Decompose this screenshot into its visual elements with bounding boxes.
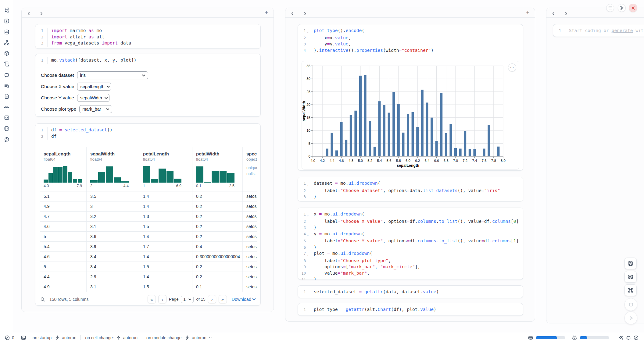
terminal-button[interactable] [21,335,26,340]
search-list-icon[interactable] [4,83,9,88]
on-cell-change-setting[interactable]: on cell change: autorun [85,335,138,340]
activity-pulse-icon[interactable] [4,104,9,110]
package-cube-icon[interactable] [4,51,9,56]
code-editor[interactable]: 1⌄dataset = mo.ui.dropdown(2 label="Choo… [298,177,523,201]
documentation-icon[interactable] [4,94,9,99]
table-row[interactable]: 53.61.40.2setosa [40,232,257,242]
table-row[interactable]: 4.42.91.40.2setosa [40,272,257,282]
code-text: df [47,134,260,140]
x-value-dropdown[interactable]: sepalLength [77,83,111,91]
fold-chevron-icon: ⌄ [306,211,310,219]
svg-text:sepalLength: sepalLength [397,163,419,168]
first-page-button[interactable]: « [148,295,156,303]
svg-text:5: 5 [309,142,310,145]
table-row[interactable]: 5.13.51.40.2setosa [40,191,257,201]
menu-button[interactable] [606,4,614,12]
code-line: 2 label="Choose dataset", options=data.l… [298,188,523,194]
search-icon[interactable] [40,297,45,302]
column-header-petalLength[interactable]: petalLengthfloat6416.9 [139,147,192,191]
column-left-chevron[interactable] [552,11,555,14]
keyboard-shortcuts-button[interactable] [624,284,637,296]
column-header-sepalWidth[interactable]: sepalWidthfloat6424.4 [87,147,139,191]
last-page-button[interactable]: » [219,295,227,303]
settings-gear-button[interactable] [618,4,626,12]
column-left-chevron[interactable] [27,11,30,14]
table-row[interactable]: 4.73.21.30.2setosa [40,212,257,222]
table-footer: 150 rows, 5 columns « ‹ Page 1 of 15 › »… [35,292,260,306]
column-header-petalWidth[interactable]: petalWidthfloat640.12.5 [192,147,243,191]
code-line: 1⌄x = mo.ui.dropdown( [298,211,523,219]
on-module-change-setting[interactable]: on module change: autorun [146,335,212,340]
altair-bar-chart[interactable]: 4.04.24.44.64.85.05.25.45.65.86.06.26.46… [302,61,519,169]
error-count[interactable]: 0 [5,335,14,340]
column-right-chevron[interactable] [564,11,568,14]
column-header-species[interactable]: speciesobjectunique:nulls: [243,147,257,191]
y-value-dropdown[interactable]: sepalWidth [77,94,109,102]
layout-panels-button[interactable] [624,271,637,283]
stop-button[interactable] [624,298,637,311]
add-column-button[interactable]: + [526,10,529,16]
scratchpad-icon[interactable] [4,126,9,131]
table-cell: 1.4 [139,191,192,201]
table-cell: 3.4 [87,262,139,272]
chat-bot-icon[interactable] [4,72,9,78]
table-row[interactable]: 4.63.11.50.2setosa [40,222,257,232]
table-row[interactable]: 53.41.50.2setosa [40,262,257,272]
line-number: 4 [298,48,306,54]
save-button[interactable] [624,258,637,269]
table-row[interactable]: 4.931.40.2setosa [40,201,257,212]
generate-with-ai-link[interactable]: generate [612,28,633,33]
table-row[interactable]: 4.93.11.50.1setosa [40,282,257,292]
chart-actions-button[interactable]: ⋯ [508,63,516,72]
copilot-icon[interactable] [626,335,631,340]
prev-page-button[interactable]: ‹ [158,295,166,303]
close-button[interactable] [629,4,637,12]
logs-scroll-icon[interactable] [4,61,9,67]
svg-text:7.0: 7.0 [453,159,458,162]
code-editor[interactable]: 1import marimo as mo2import altair as al… [35,24,260,49]
table-cell: setosa [243,262,257,272]
download-button[interactable]: Download [232,297,256,302]
code-line: 2 x=x.value, [298,35,523,41]
ai-sparkles-icon[interactable] [618,335,623,340]
table-cell: setosa [243,222,257,231]
line-number: 1 [553,28,561,34]
function-square-icon[interactable] [4,18,9,24]
table-summary: 150 rows, 5 columns [49,297,88,302]
next-page-button[interactable]: › [208,295,216,303]
code-editor[interactable]: 1 Start coding or generate with AI [553,24,644,37]
code-editor[interactable]: 1plot_type = getattr(alt.Chart(df), plot… [298,303,523,316]
table-row[interactable]: 5.43.91.70.4setosa [40,242,257,252]
svg-text:20: 20 [306,103,310,106]
table-cell: 1.5 [139,282,192,292]
table-row[interactable]: 4.63.41.40.30000000000000004setosa [40,252,257,262]
on-startup-setting[interactable]: on startup: autorun [33,335,77,340]
code-editor[interactable]: 1⌄plot_type().encode(2 x=x.value,3 y=y.v… [298,24,523,57]
code-editor[interactable]: 1⌄x = mo.ui.dropdown(2 label="Choose X v… [298,208,523,280]
code-editor[interactable]: 1df = selected_dataset()2df [35,124,260,143]
dataset-dropdown[interactable]: iris [77,71,148,79]
code-snippets-icon[interactable] [4,115,9,120]
connection-status-icon[interactable] [634,335,639,340]
code-text: plot_type().encode( [310,28,523,35]
svg-text:7.8: 7.8 [491,159,496,162]
dependency-graph-icon[interactable] [4,40,9,45]
column-right-chevron[interactable] [303,11,307,14]
dropdown-label: Choose plot type [41,106,76,112]
column-header-sepalLength[interactable]: sepalLengthfloat644.37.9 [40,147,87,191]
column-left-chevron[interactable] [291,11,294,14]
code-editor[interactable]: 1selected_dataset = getattr(data, datase… [298,286,523,298]
editor-placeholder[interactable]: Start coding or generate with AI [565,28,644,34]
add-column-button[interactable]: + [265,10,268,16]
code-line: 3) [298,194,523,200]
help-bubble-icon[interactable] [4,137,9,142]
table-cell: setosa [243,282,257,292]
run-button[interactable] [624,312,637,324]
plot-type-dropdown[interactable]: mark_bar [79,105,112,113]
code-text: df = selected_dataset() [47,127,260,134]
file-tree-icon[interactable] [4,7,9,13]
database-icon[interactable] [4,29,9,35]
code-editor[interactable]: 1mo.vstack([dataset, x, y, plot]) [35,54,260,67]
page-select[interactable]: 1 [181,296,194,303]
column-right-chevron[interactable] [40,11,43,14]
